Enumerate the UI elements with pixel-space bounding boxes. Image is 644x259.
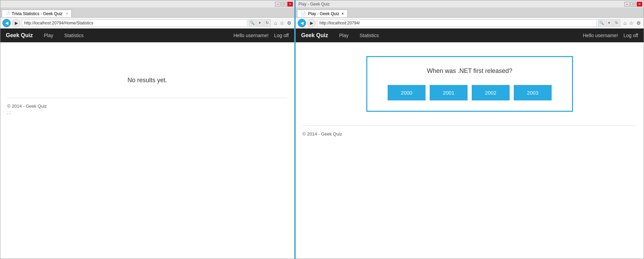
right-maximize-button[interactable]: □ bbox=[631, 2, 636, 7]
right-app-navbar: Geek Quiz Play Statistics Hello username… bbox=[296, 29, 644, 42]
right-search-icon[interactable]: 🔍 bbox=[598, 19, 605, 27]
left-debug: ; ; bbox=[7, 110, 287, 115]
left-address-actions: 🔍 ▾ ↻ bbox=[249, 19, 271, 27]
right-logoff-link[interactable]: Log off bbox=[623, 33, 638, 38]
right-home-icon[interactable]: ⌂ bbox=[623, 20, 627, 26]
left-address-bar: ◀ ▶ 🔍 ▾ ↻ ⌂ ☆ ⚙ bbox=[0, 18, 294, 29]
left-nav-right: Hello username! Log off bbox=[234, 33, 289, 38]
right-tab-bar: 📄 Play - Geek Quiz × bbox=[296, 8, 644, 18]
left-nav-statistics[interactable]: Statistics bbox=[61, 31, 86, 40]
right-nav-statistics[interactable]: Statistics bbox=[357, 31, 381, 40]
quiz-option-3[interactable]: 2003 bbox=[514, 85, 552, 100]
right-tab-label: Play - Geek Quiz bbox=[308, 11, 339, 16]
right-url-input[interactable] bbox=[317, 19, 597, 27]
left-dropdown-icon[interactable]: ▾ bbox=[256, 19, 263, 27]
left-tab-close-icon[interactable]: × bbox=[66, 12, 68, 15]
left-window-controls: – □ ✕ bbox=[275, 2, 293, 7]
left-nav-play[interactable]: Play bbox=[41, 31, 56, 40]
right-tab-close-icon[interactable]: × bbox=[341, 11, 344, 16]
quiz-option-2[interactable]: 2002 bbox=[472, 85, 510, 100]
right-nav-play[interactable]: Play bbox=[336, 31, 351, 40]
left-forward-button[interactable]: ▶ bbox=[12, 19, 20, 27]
right-title-bar: Play - Geek Quiz – □ ✕ bbox=[296, 0, 644, 8]
left-tab-bar: 📄 Trivia Statistics - Geek Quiz × bbox=[0, 8, 294, 18]
right-toolbar-icons: ⌂ ☆ ⚙ bbox=[623, 20, 642, 26]
right-tab[interactable]: 📄 Play - Geek Quiz × bbox=[297, 10, 348, 17]
left-minimize-button[interactable]: – bbox=[275, 2, 280, 7]
left-greeting: Hello username! bbox=[234, 33, 269, 38]
right-tab-icon: 📄 bbox=[301, 11, 306, 16]
right-browser-window: Play - Geek Quiz – □ ✕ 📄 Play - Geek Qui… bbox=[295, 0, 644, 259]
right-footer: © 2014 - Geek Quiz bbox=[303, 131, 637, 137]
left-footer: © 2014 - Geek Quiz bbox=[7, 104, 287, 109]
left-url-input[interactable] bbox=[22, 19, 247, 27]
left-tab-icon: 📄 bbox=[6, 12, 10, 15]
left-toolbar-icons: ⌂ ☆ ⚙ bbox=[274, 20, 292, 26]
right-address-bar: ◀ ▶ 🔍 ▾ ↻ ⌂ ☆ ⚙ bbox=[296, 18, 644, 29]
left-home-icon[interactable]: ⌂ bbox=[274, 20, 278, 26]
right-page-content: When was .NET first released? 2000 2001 … bbox=[296, 42, 644, 259]
right-brand[interactable]: Geek Quiz bbox=[301, 32, 328, 39]
quiz-option-0[interactable]: 2000 bbox=[388, 85, 426, 100]
right-minimize-button[interactable]: – bbox=[624, 2, 630, 7]
right-address-actions: 🔍 ▾ ↻ bbox=[598, 19, 620, 27]
left-maximize-button[interactable]: □ bbox=[281, 2, 287, 7]
left-page-content: No results yet. © 2014 - Geek Quiz ; ; bbox=[0, 42, 294, 259]
left-search-icon[interactable]: 🔍 bbox=[249, 19, 256, 27]
right-divider bbox=[303, 126, 637, 126]
quiz-container: When was .NET first released? 2000 2001 … bbox=[303, 56, 637, 112]
quiz-option-1[interactable]: 2001 bbox=[430, 85, 468, 100]
left-tab[interactable]: 📄 Trivia Statistics - Geek Quiz × bbox=[2, 10, 72, 17]
right-back-button[interactable]: ◀ bbox=[298, 19, 306, 27]
left-star-icon[interactable]: ☆ bbox=[279, 20, 285, 26]
left-divider bbox=[7, 98, 287, 98]
left-refresh-icon[interactable]: ↻ bbox=[264, 19, 271, 27]
right-forward-button[interactable]: ▶ bbox=[307, 19, 316, 27]
left-close-button[interactable]: ✕ bbox=[287, 2, 293, 7]
right-greeting: Hello username! bbox=[583, 33, 618, 38]
left-brand[interactable]: Geek Quiz bbox=[6, 32, 33, 39]
left-back-button[interactable]: ◀ bbox=[2, 19, 11, 27]
right-window-controls: – □ ✕ bbox=[624, 2, 642, 7]
left-logoff-link[interactable]: Log off bbox=[274, 33, 289, 38]
right-gear-icon[interactable]: ⚙ bbox=[636, 20, 642, 26]
left-tab-label: Trivia Statistics - Geek Quiz bbox=[12, 11, 63, 16]
left-browser-window: – □ ✕ 📄 Trivia Statistics - Geek Quiz × … bbox=[0, 0, 295, 259]
quiz-options: 2000 2001 2002 2003 bbox=[378, 85, 562, 100]
left-app-navbar: Geek Quiz Play Statistics Hello username… bbox=[0, 29, 294, 42]
quiz-question: When was .NET first released? bbox=[378, 67, 562, 75]
left-title-bar: – □ ✕ bbox=[0, 0, 294, 8]
left-no-results-text: No results yet. bbox=[7, 77, 287, 84]
right-window-title: Play - Geek Quiz bbox=[298, 2, 330, 7]
quiz-box: When was .NET first released? 2000 2001 … bbox=[366, 56, 573, 112]
right-close-button[interactable]: ✕ bbox=[637, 2, 642, 7]
right-dropdown-icon[interactable]: ▾ bbox=[606, 19, 613, 27]
left-gear-icon[interactable]: ⚙ bbox=[286, 20, 292, 26]
right-star-icon[interactable]: ☆ bbox=[628, 20, 634, 26]
right-nav-right: Hello username! Log off bbox=[583, 33, 638, 38]
right-refresh-icon[interactable]: ↻ bbox=[613, 19, 620, 27]
